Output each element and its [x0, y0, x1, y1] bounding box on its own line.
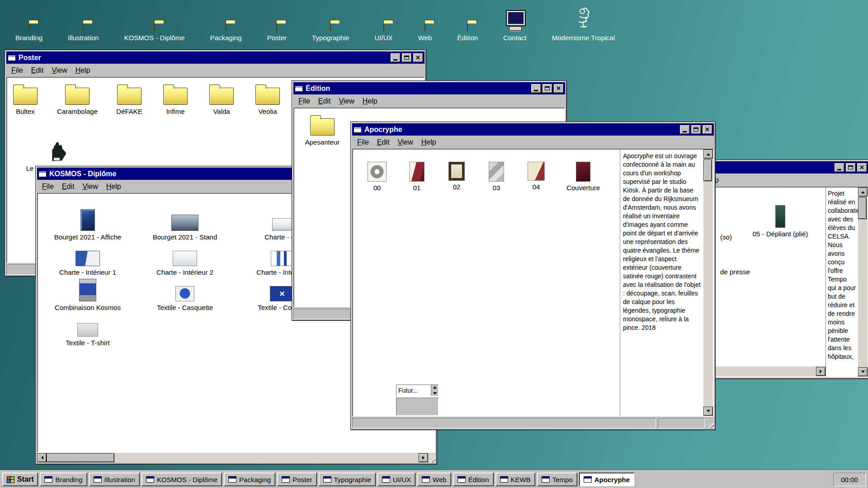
close-button[interactable]	[702, 125, 712, 134]
menu-item[interactable]: Edit	[27, 65, 48, 76]
desktop-icon[interactable]: Modernisme Tropical	[552, 5, 615, 42]
file-label: (so)	[720, 233, 732, 241]
menu-item[interactable]: Help	[417, 137, 440, 148]
minimize-button[interactable]	[531, 84, 541, 93]
resize-grip[interactable]	[428, 455, 435, 463]
file-item[interactable]: Combinaison Kosmos	[42, 279, 133, 311]
resize-grip[interactable]	[707, 421, 714, 428]
file-label: 02	[453, 183, 461, 191]
taskbar-window-button[interactable]: Édition	[453, 473, 494, 486]
file-item[interactable]: 00	[359, 162, 395, 192]
floating-dropdown[interactable]: Futur...	[396, 385, 439, 416]
file-item[interactable]: Bourget 2021 - Affiche	[42, 208, 133, 241]
desktop-icon[interactable]: Contact	[503, 5, 527, 42]
file-item[interactable]: Bourget 2021 - Stand	[140, 208, 230, 241]
folder-item[interactable]: Bultex	[11, 84, 40, 115]
menu-item[interactable]: View	[78, 181, 102, 192]
taskbar-window-button[interactable]: Apocryphe	[579, 473, 634, 486]
file-item[interactable]: Couverture	[558, 162, 608, 192]
dropdown-list[interactable]	[396, 398, 439, 416]
taskbar-window-button[interactable]: Poster	[277, 473, 316, 486]
menu-item[interactable]: View	[47, 65, 71, 76]
taskbar-window-button[interactable]: Web	[417, 473, 451, 486]
scroll-up-button[interactable]	[703, 150, 713, 159]
menu-item[interactable]: Help	[102, 181, 125, 192]
file-item[interactable]: 04	[519, 162, 554, 191]
menu-item[interactable]: Edit	[58, 181, 79, 192]
minimize-button[interactable]	[390, 53, 401, 62]
file-item[interactable]: 03	[479, 162, 514, 192]
maximize-button[interactable]	[845, 163, 856, 172]
folder-item[interactable]: Apesanteur	[300, 115, 345, 146]
desktop-icon[interactable]: Web	[418, 5, 432, 42]
folder-icon	[13, 88, 38, 105]
taskbar-window-button[interactable]: Typographie	[319, 473, 376, 486]
scrollbar-thumb[interactable]	[47, 453, 114, 462]
menu-item[interactable]: Edit	[373, 137, 394, 148]
titlebar[interactable]: Apocryphe	[352, 123, 714, 136]
dropdown-scrollbar[interactable]	[431, 385, 438, 396]
minimize-button[interactable]	[679, 125, 690, 134]
menu-item[interactable]: File	[38, 181, 58, 192]
vertical-scrollbar[interactable]	[858, 188, 868, 376]
menu-item[interactable]: File	[353, 137, 373, 148]
file-item[interactable]: 02	[439, 162, 474, 191]
desktop-icon[interactable]: Édition	[457, 5, 478, 42]
folder-item[interactable]: Veolia	[253, 84, 282, 115]
desktop-icon[interactable]: Illustration	[68, 5, 99, 42]
close-button[interactable]	[413, 53, 423, 62]
scroll-right-button[interactable]	[816, 367, 826, 376]
desktop-icon[interactable]: Poster	[267, 5, 287, 42]
menu-item[interactable]: Help	[359, 96, 382, 107]
file-thumbnail	[410, 162, 424, 181]
scroll-up-button[interactable]	[858, 188, 868, 197]
folder-item[interactable]: Infime	[161, 84, 190, 115]
horizontal-scrollbar[interactable]	[37, 453, 435, 463]
close-button[interactable]	[857, 163, 867, 172]
file-item[interactable]: 05 - Dépliant (plié)	[744, 206, 816, 238]
taskbar-window-button[interactable]: UI/UX	[377, 473, 415, 486]
taskbar-window-button[interactable]: KOSMOS - Diplôme	[142, 473, 222, 486]
file-item[interactable]: Charte - Intérieur 2	[140, 244, 230, 276]
desktop-icon[interactable]: Branding	[15, 5, 42, 42]
taskbar-window-button[interactable]: Illustration	[89, 473, 140, 486]
titlebar[interactable]: Édition	[293, 82, 565, 94]
titlebar[interactable]: Poster	[6, 52, 425, 64]
folder-item[interactable]: Carambolage	[57, 84, 98, 115]
menu-item[interactable]: View	[393, 137, 417, 148]
file-item[interactable]: 01	[399, 162, 434, 192]
taskbar-window-button[interactable]: Branding	[40, 473, 87, 486]
file-item[interactable]: Charte - Intérieur 1	[42, 244, 133, 276]
desktop-icon[interactable]: Typographie	[312, 5, 349, 42]
minimize-button[interactable]	[834, 163, 844, 172]
close-button[interactable]	[553, 84, 564, 93]
file-label: 01	[413, 184, 421, 192]
menu-item[interactable]: Edit	[314, 96, 335, 107]
scroll-down-button[interactable]	[858, 367, 868, 376]
taskbar-window-button[interactable]: Packaging	[224, 473, 275, 486]
menu-item[interactable]: File	[294, 96, 314, 107]
menu-item[interactable]: View	[335, 96, 358, 107]
scrollbar-thumb[interactable]	[703, 160, 712, 181]
start-button[interactable]: Start	[2, 473, 38, 486]
maximize-button[interactable]	[401, 53, 412, 62]
desktop-icon[interactable]: UI/UX	[375, 5, 393, 42]
menu-item[interactable]: Help	[71, 65, 94, 76]
menu-item[interactable]: File	[7, 65, 27, 76]
folder-icon	[83, 23, 84, 31]
scrollbar-thumb[interactable]	[858, 197, 867, 219]
taskbar-window-button[interactable]: KEWB	[495, 473, 535, 486]
file-item[interactable]: Textile - T-shirt	[42, 314, 133, 347]
maximize-button[interactable]	[542, 84, 552, 93]
scroll-right-button[interactable]	[419, 453, 428, 462]
scroll-down-button[interactable]	[703, 407, 713, 416]
maximize-button[interactable]	[691, 125, 701, 134]
vertical-scrollbar[interactable]	[703, 150, 713, 416]
folder-item[interactable]: DéFAKE	[115, 84, 144, 115]
file-item[interactable]: Textile - Casquette	[140, 279, 230, 311]
scroll-left-button[interactable]	[37, 453, 47, 462]
folder-item[interactable]: Valda	[207, 84, 236, 115]
desktop-icon[interactable]: Packaging	[210, 5, 242, 42]
taskbar-window-button[interactable]: Tempo	[537, 473, 577, 486]
desktop-icon[interactable]: KOSMOS - Diplôme	[124, 5, 184, 42]
